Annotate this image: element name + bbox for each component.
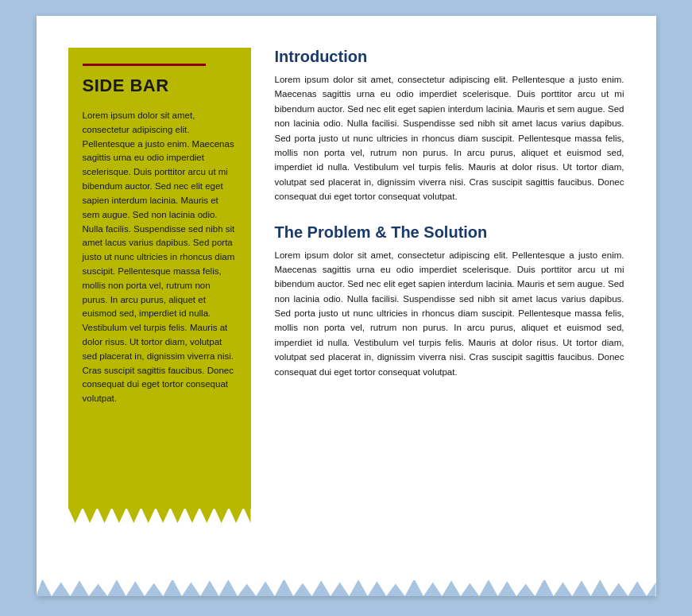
problem-solution-section: The Problem & The Solution Lorem ipsum d… [275, 223, 624, 380]
sidebar: SIDE BAR Lorem ipsum dolor sit amet, con… [68, 48, 251, 509]
problem-solution-title: The Problem & The Solution [275, 223, 624, 242]
introduction-section: Introduction Lorem ipsum dolor sit amet,… [275, 48, 624, 204]
main-content: Introduction Lorem ipsum dolor sit amet,… [275, 48, 624, 398]
page-bottom-torn [37, 580, 656, 596]
sidebar-title: SIDE BAR [83, 76, 237, 96]
torn-bottom-edge [37, 580, 656, 596]
page: SIDE BAR Lorem ipsum dolor sit amet, con… [37, 16, 656, 596]
introduction-body: Lorem ipsum dolor sit amet, consectetur … [275, 72, 624, 204]
problem-solution-body: Lorem ipsum dolor sit amet, consectetur … [275, 248, 624, 380]
page-inner: SIDE BAR Lorem ipsum dolor sit amet, con… [68, 48, 624, 509]
sidebar-body: Lorem ipsum dolor sit amet, consectetur … [83, 109, 237, 406]
sidebar-divider [83, 64, 206, 66]
introduction-title: Introduction [275, 48, 624, 66]
